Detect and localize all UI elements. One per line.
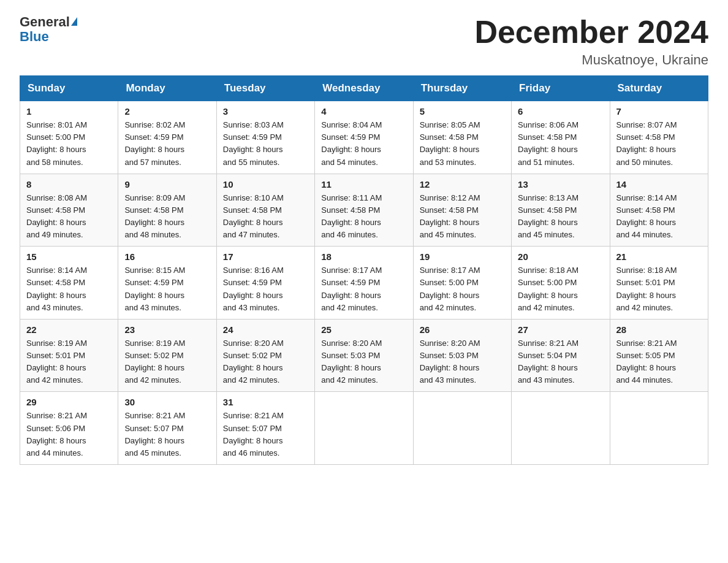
header-monday: Monday — [118, 76, 216, 101]
calendar-cell: 27Sunrise: 8:21 AM Sunset: 5:04 PM Dayli… — [512, 319, 610, 392]
day-number: 17 — [223, 251, 308, 262]
calendar-cell: 11Sunrise: 8:11 AM Sunset: 4:58 PM Dayli… — [315, 174, 413, 247]
day-number: 26 — [420, 324, 505, 335]
day-info: Sunrise: 8:14 AM Sunset: 4:58 PM Dayligh… — [616, 192, 702, 242]
day-number: 19 — [420, 251, 505, 262]
day-info: Sunrise: 8:13 AM Sunset: 4:58 PM Dayligh… — [518, 192, 603, 242]
calendar-cell: 21Sunrise: 8:18 AM Sunset: 5:01 PM Dayli… — [610, 247, 708, 320]
day-info: Sunrise: 8:06 AM Sunset: 4:58 PM Dayligh… — [518, 119, 603, 169]
calendar-cell: 1Sunrise: 8:01 AM Sunset: 5:00 PM Daylig… — [20, 101, 118, 174]
day-number: 31 — [223, 397, 308, 407]
header-sunday: Sunday — [20, 76, 118, 101]
logo: General Blue — [20, 15, 77, 44]
day-number: 20 — [518, 251, 603, 262]
day-number: 7 — [616, 106, 702, 117]
day-info: Sunrise: 8:17 AM Sunset: 4:59 PM Dayligh… — [321, 264, 406, 314]
calendar-week-row: 1Sunrise: 8:01 AM Sunset: 5:00 PM Daylig… — [20, 101, 708, 174]
day-info: Sunrise: 8:21 AM Sunset: 5:06 PM Dayligh… — [26, 410, 112, 459]
day-number: 21 — [616, 251, 702, 262]
calendar-cell: 20Sunrise: 8:18 AM Sunset: 5:00 PM Dayli… — [512, 247, 610, 320]
calendar-cell: 29Sunrise: 8:21 AM Sunset: 5:06 PM Dayli… — [20, 392, 118, 465]
calendar-cell — [610, 392, 708, 465]
day-info: Sunrise: 8:20 AM Sunset: 5:03 PM Dayligh… — [321, 337, 406, 387]
location-subtitle: Muskatnoye, Ukraine — [474, 52, 708, 68]
header-wednesday: Wednesday — [315, 76, 413, 101]
day-number: 2 — [124, 106, 210, 117]
day-number: 30 — [124, 397, 210, 407]
day-info: Sunrise: 8:21 AM Sunset: 5:04 PM Dayligh… — [518, 337, 603, 387]
day-number: 16 — [124, 251, 210, 262]
calendar-cell: 2Sunrise: 8:02 AM Sunset: 4:59 PM Daylig… — [118, 101, 216, 174]
day-info: Sunrise: 8:08 AM Sunset: 4:58 PM Dayligh… — [26, 192, 112, 242]
calendar-cell: 15Sunrise: 8:14 AM Sunset: 4:58 PM Dayli… — [20, 247, 118, 320]
calendar-cell: 26Sunrise: 8:20 AM Sunset: 5:03 PM Dayli… — [413, 319, 511, 392]
calendar-week-row: 29Sunrise: 8:21 AM Sunset: 5:06 PM Dayli… — [20, 392, 708, 465]
day-number: 22 — [26, 324, 112, 335]
day-number: 5 — [420, 106, 505, 117]
day-number: 23 — [124, 324, 210, 335]
calendar-week-row: 15Sunrise: 8:14 AM Sunset: 4:58 PM Dayli… — [20, 247, 708, 320]
day-info: Sunrise: 8:20 AM Sunset: 5:03 PM Dayligh… — [420, 337, 505, 387]
day-info: Sunrise: 8:19 AM Sunset: 5:01 PM Dayligh… — [26, 337, 112, 387]
calendar-table: SundayMondayTuesdayWednesdayThursdayFrid… — [20, 75, 708, 465]
day-info: Sunrise: 8:12 AM Sunset: 4:58 PM Dayligh… — [420, 192, 505, 242]
day-number: 15 — [26, 251, 112, 262]
day-info: Sunrise: 8:16 AM Sunset: 4:59 PM Dayligh… — [223, 264, 308, 314]
day-number: 3 — [223, 106, 308, 117]
day-info: Sunrise: 8:09 AM Sunset: 4:58 PM Dayligh… — [124, 192, 210, 242]
day-info: Sunrise: 8:21 AM Sunset: 5:07 PM Dayligh… — [124, 410, 210, 459]
day-info: Sunrise: 8:15 AM Sunset: 4:59 PM Dayligh… — [124, 264, 210, 314]
title-area: December 2024 Muskatnoye, Ukraine — [474, 15, 708, 68]
calendar-cell — [512, 392, 610, 465]
calendar-cell: 31Sunrise: 8:21 AM Sunset: 5:07 PM Dayli… — [216, 392, 314, 465]
day-info: Sunrise: 8:03 AM Sunset: 4:59 PM Dayligh… — [223, 119, 308, 169]
header-thursday: Thursday — [413, 76, 511, 101]
calendar-cell: 25Sunrise: 8:20 AM Sunset: 5:03 PM Dayli… — [315, 319, 413, 392]
calendar-cell: 12Sunrise: 8:12 AM Sunset: 4:58 PM Dayli… — [413, 174, 511, 247]
day-number: 27 — [518, 324, 603, 335]
day-info: Sunrise: 8:10 AM Sunset: 4:58 PM Dayligh… — [223, 192, 308, 242]
day-info: Sunrise: 8:17 AM Sunset: 5:00 PM Dayligh… — [420, 264, 505, 314]
calendar-cell: 22Sunrise: 8:19 AM Sunset: 5:01 PM Dayli… — [20, 319, 118, 392]
logo-text: General Blue — [20, 15, 77, 44]
day-info: Sunrise: 8:21 AM Sunset: 5:07 PM Dayligh… — [223, 410, 308, 459]
calendar-cell: 7Sunrise: 8:07 AM Sunset: 4:58 PM Daylig… — [610, 101, 708, 174]
day-number: 10 — [223, 179, 308, 190]
calendar-cell: 3Sunrise: 8:03 AM Sunset: 4:59 PM Daylig… — [216, 101, 314, 174]
day-info: Sunrise: 8:18 AM Sunset: 5:01 PM Dayligh… — [616, 264, 702, 314]
calendar-cell: 14Sunrise: 8:14 AM Sunset: 4:58 PM Dayli… — [610, 174, 708, 247]
calendar-cell: 28Sunrise: 8:21 AM Sunset: 5:05 PM Dayli… — [610, 319, 708, 392]
calendar-week-row: 8Sunrise: 8:08 AM Sunset: 4:58 PM Daylig… — [20, 174, 708, 247]
logo-triangle-icon — [71, 17, 77, 26]
calendar-cell: 13Sunrise: 8:13 AM Sunset: 4:58 PM Dayli… — [512, 174, 610, 247]
calendar-header-row: SundayMondayTuesdayWednesdayThursdayFrid… — [20, 76, 708, 101]
day-number: 6 — [518, 106, 603, 117]
day-number: 9 — [124, 179, 210, 190]
calendar-cell: 24Sunrise: 8:20 AM Sunset: 5:02 PM Dayli… — [216, 319, 314, 392]
day-info: Sunrise: 8:18 AM Sunset: 5:00 PM Dayligh… — [518, 264, 603, 314]
day-info: Sunrise: 8:02 AM Sunset: 4:59 PM Dayligh… — [124, 119, 210, 169]
calendar-cell: 18Sunrise: 8:17 AM Sunset: 4:59 PM Dayli… — [315, 247, 413, 320]
logo-blue: Blue — [20, 29, 49, 44]
day-info: Sunrise: 8:19 AM Sunset: 5:02 PM Dayligh… — [124, 337, 210, 387]
calendar-week-row: 22Sunrise: 8:19 AM Sunset: 5:01 PM Dayli… — [20, 319, 708, 392]
calendar-cell: 9Sunrise: 8:09 AM Sunset: 4:58 PM Daylig… — [118, 174, 216, 247]
month-title: December 2024 — [474, 15, 708, 50]
calendar-cell: 16Sunrise: 8:15 AM Sunset: 4:59 PM Dayli… — [118, 247, 216, 320]
page-header: General Blue December 2024 Muskatnoye, U… — [20, 15, 708, 68]
day-number: 11 — [321, 179, 406, 190]
day-info: Sunrise: 8:11 AM Sunset: 4:58 PM Dayligh… — [321, 192, 406, 242]
day-info: Sunrise: 8:04 AM Sunset: 4:59 PM Dayligh… — [321, 119, 406, 169]
day-info: Sunrise: 8:01 AM Sunset: 5:00 PM Dayligh… — [26, 119, 112, 169]
day-number: 18 — [321, 251, 406, 262]
day-number: 24 — [223, 324, 308, 335]
calendar-cell: 23Sunrise: 8:19 AM Sunset: 5:02 PM Dayli… — [118, 319, 216, 392]
day-info: Sunrise: 8:20 AM Sunset: 5:02 PM Dayligh… — [223, 337, 308, 387]
header-friday: Friday — [512, 76, 610, 101]
calendar-cell — [413, 392, 511, 465]
calendar-cell: 19Sunrise: 8:17 AM Sunset: 5:00 PM Dayli… — [413, 247, 511, 320]
day-number: 8 — [26, 179, 112, 190]
calendar-cell: 6Sunrise: 8:06 AM Sunset: 4:58 PM Daylig… — [512, 101, 610, 174]
day-number: 14 — [616, 179, 702, 190]
day-number: 25 — [321, 324, 406, 335]
